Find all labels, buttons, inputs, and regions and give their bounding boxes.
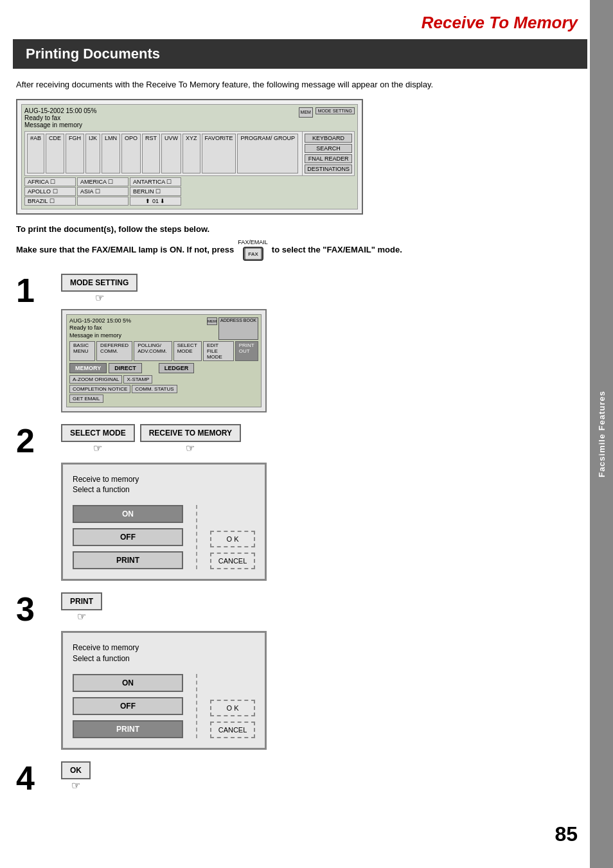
fax-right-buttons: KEYBOARD SEARCH FNAL READER DESTINATIONS <box>302 132 354 175</box>
dialog2-btn-off[interactable]: OFF <box>73 528 183 546</box>
step-3-buttons: PRINT ☞ <box>61 592 578 623</box>
dialog2-left: ON OFF PRINT <box>73 505 183 569</box>
dialog2-options: ON OFF PRINT O K CANCEL <box>73 505 255 569</box>
fax-email-text: Make sure that the FAX/EMAIL lamp is ON.… <box>16 245 234 254</box>
fax-addr-america[interactable]: AMERICA ☐ <box>77 177 129 186</box>
fax-btn-keyboard[interactable]: KEYBOARD <box>305 134 352 143</box>
machine-panel-inner-1: AUG-15-2002 15:00 5% Ready to fax Messag… <box>66 314 262 407</box>
fax-btn-destinations[interactable]: DESTINATIONS <box>305 164 352 173</box>
fax-tab-xyz[interactable]: XYZ <box>182 134 200 173</box>
dialog2-title: Receive to memorySelect a function <box>73 474 255 496</box>
fax-tab-opo[interactable]: OPO <box>121 134 141 173</box>
fax-tab-program[interactable]: PROGRAM/ GROUP <box>237 134 298 173</box>
machine-small-btns-3: GET EMAIL <box>69 394 258 403</box>
fax-status-text: AUG-15-2002 15:00 05% Ready to fax Messa… <box>24 107 96 128</box>
panel-btn-xstamp[interactable]: X-STAMP <box>123 375 152 384</box>
machine-small-btns: A-ZOOM ORIGINAL X-STAMP <box>69 375 258 384</box>
fax-display: AUG-15-2002 15:00 05% Ready to fax Messa… <box>16 99 363 215</box>
tab-deferred[interactable]: DEFERRED COMM. <box>96 341 132 361</box>
tab-print-out[interactable]: PRINT OUT <box>235 341 258 361</box>
dialog3-btn-off[interactable]: OFF <box>73 697 183 715</box>
dialog3-btn-on[interactable]: ON <box>73 674 183 692</box>
dialog2-right: O K CANCEL <box>210 505 255 569</box>
panel-btn-azoom[interactable]: A-ZOOM ORIGINAL <box>69 375 122 384</box>
step-2: 2 SELECT MODE ☞ RECEIVE TO MEMORY ☞ Rece… <box>16 424 578 581</box>
sidebar-label: Facsimile Features <box>597 391 607 477</box>
fax-addr-apollo[interactable]: APOLLO ☐ <box>24 187 76 196</box>
receive-to-memory-button[interactable]: RECEIVE TO MEMORY <box>140 424 241 442</box>
dialog3-title: Receive to memorySelect a function <box>73 642 255 664</box>
panel-btn-memory[interactable]: MEMORY <box>69 363 107 373</box>
step-3-number: 3 <box>16 592 48 626</box>
dialog3-btn-print[interactable]: PRINT <box>73 720 183 738</box>
page-title: Receive To Memory <box>0 0 613 39</box>
panel-btn-comm-status[interactable]: COMM. STATUS <box>132 385 177 393</box>
fax-addr-scroll[interactable]: ⬆ 01 ⬇ <box>130 197 181 206</box>
step-2-number: 2 <box>16 424 48 457</box>
fax-addr-africa[interactable]: AFRICA ☐ <box>24 177 76 186</box>
dialog-step3: Receive to memorySelect a function ON OF… <box>61 631 267 750</box>
panel-mem-icon: MEM <box>207 317 217 325</box>
tab-polling[interactable]: POLLING/ ADV.COMM. <box>134 341 172 361</box>
fax-addr-brazil[interactable]: BRAZIL ☐ <box>24 197 76 206</box>
step-4-number: 4 <box>16 761 48 795</box>
step-1-buttons: MODE SETTING ☞ <box>61 274 578 304</box>
dialog3-right: O K CANCEL <box>210 674 255 738</box>
fax-tab-rst[interactable]: RST <box>142 134 160 173</box>
dialog3-btn-cancel[interactable]: CANCEL <box>210 722 255 738</box>
tab-basic-menu[interactable]: BASIC MENU <box>69 341 95 361</box>
dialog3-left: ON OFF PRINT <box>73 674 183 738</box>
step-4-buttons: OK ☞ <box>61 761 578 792</box>
dialog2-btn-on[interactable]: ON <box>73 505 183 523</box>
step-4-btn-wrapper: OK ☞ <box>61 761 91 792</box>
fax-addr-antartica[interactable]: ANTARTICA ☐ <box>130 177 181 186</box>
dialog2-btn-cancel[interactable]: CANCEL <box>210 553 255 569</box>
main-content: After receiving documents with the Recei… <box>0 69 613 816</box>
fax-btn-fnal-reader[interactable]: FNAL READER <box>305 154 352 163</box>
panel-addr-book: ADDRESS BOOK <box>218 317 258 340</box>
panel-btn-get-email[interactable]: GET EMAIL <box>69 394 103 403</box>
fax-email-button-icon[interactable]: FAX <box>243 247 263 261</box>
tab-edit-file[interactable]: EDIT FILE MODE <box>203 341 234 361</box>
intro-text: After receiving documents with the Recei… <box>16 78 578 91</box>
fax-tab-lmn[interactable]: LMN <box>102 134 120 173</box>
step-4-content: OK ☞ <box>61 761 578 792</box>
print-button[interactable]: PRINT <box>61 592 102 610</box>
fax-email-above-label: FAX/EMAIL <box>238 239 268 245</box>
fax-tab-favorite[interactable]: FAVORITE <box>202 134 236 173</box>
fax-tab-ijk[interactable]: IJK <box>85 134 100 173</box>
dialog2-divider <box>196 505 197 569</box>
fax-tabs-area: #AB CDE FGH IJK LMN OPO RST UVW XYZ FAVO… <box>25 132 302 175</box>
fax-tab-ab[interactable]: #AB <box>27 134 44 173</box>
fax-addr-row-3: BRAZIL ☐ ⬆ 01 ⬇ <box>24 197 355 206</box>
dialog3-btn-ok[interactable]: O K <box>210 700 255 716</box>
fax-email-after-text: to select the "FAX/EMAIL" mode. <box>272 245 402 254</box>
panel-btn-completion[interactable]: COMPLETION NOTICE <box>69 385 130 393</box>
fax-email-button-wrapper: FAX/EMAIL FAX <box>238 239 268 261</box>
fax-tab-uvw[interactable]: UVW <box>161 134 181 173</box>
fax-icons: MEM MODE SETTING <box>299 107 355 128</box>
step-1-btn-wrapper: MODE SETTING ☞ <box>61 274 138 304</box>
fax-email-instruction: Make sure that the FAX/EMAIL lamp is ON.… <box>16 239 578 261</box>
fax-tab-cde[interactable]: CDE <box>46 134 64 173</box>
step-2-buttons: SELECT MODE ☞ RECEIVE TO MEMORY ☞ <box>61 424 578 454</box>
panel-icons: MEM ADDRESS BOOK <box>207 317 258 340</box>
machine-panel-buttons: MEMORY DIRECT LEDGER <box>69 363 258 373</box>
fax-addr-berlin[interactable]: BERLIN ☐ <box>130 187 181 196</box>
fax-addr-asia[interactable]: ASIA ☐ <box>77 187 129 196</box>
fax-tab-fgh[interactable]: FGH <box>66 134 84 173</box>
step-3-content: PRINT ☞ Receive to memorySelect a functi… <box>61 592 578 750</box>
dialog-step2: Receive to memorySelect a function ON OF… <box>61 463 267 581</box>
fax-status-bar: AUG-15-2002 15:00 05% Ready to fax Messa… <box>24 107 355 128</box>
select-mode-button[interactable]: SELECT MODE <box>61 424 135 442</box>
dialog2-btn-print[interactable]: PRINT <box>73 551 183 569</box>
mode-setting-button[interactable]: MODE SETTING <box>61 274 138 292</box>
ok-button[interactable]: OK <box>61 761 91 779</box>
fax-btn-search[interactable]: SEARCH <box>305 144 352 153</box>
svg-text:FAX: FAX <box>248 251 258 257</box>
tab-select-mode[interactable]: SELECT MODE <box>173 341 202 361</box>
dialog2-btn-ok[interactable]: O K <box>210 531 255 547</box>
fax-display-inner: AUG-15-2002 15:00 05% Ready to fax Messa… <box>21 104 358 209</box>
panel-btn-direct[interactable]: DIRECT <box>109 363 142 373</box>
panel-btn-ledger[interactable]: LEDGER <box>159 363 195 373</box>
